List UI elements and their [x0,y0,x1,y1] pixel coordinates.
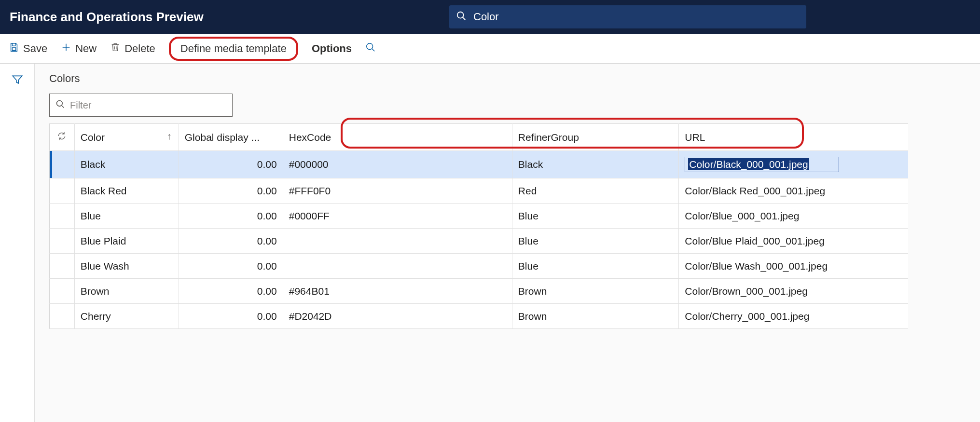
filter-pane-button[interactable] [11,73,24,88]
row-selector[interactable] [50,151,75,178]
column-header-color[interactable]: Color ↑ [74,124,179,151]
save-button[interactable]: Save [9,42,47,55]
table-row[interactable]: Black0.00#000000BlackColor/Black_000_001… [50,151,909,178]
sort-asc-icon: ↑ [167,131,172,142]
new-label: New [75,42,97,55]
new-button[interactable]: New [61,42,97,55]
column-header-refinergroup[interactable]: RefinerGroup [512,124,679,151]
cell-url[interactable]: Color/Brown_000_001.jpeg [679,279,908,304]
page-title: Colors [49,72,966,85]
cell-global-display-order[interactable]: 0.00 [179,254,283,279]
row-selector[interactable] [50,204,75,229]
table-row[interactable]: Blue0.00#0000FFBlueColor/Blue_000_001.jp… [50,204,909,229]
delete-label: Delete [124,42,155,55]
column-label: URL [685,132,705,143]
cell-color[interactable]: Blue Plaid [74,229,179,254]
cell-hexcode[interactable]: #964B01 [283,279,512,304]
main-content: Colors Color ↑ Global displa [35,64,980,422]
refresh-column-header[interactable] [50,124,75,151]
cell-url[interactable]: Color/Black_000_001.jpeg [679,151,908,178]
cell-color[interactable]: Blue [74,204,179,229]
cell-refinergroup[interactable]: Brown [512,279,679,304]
cell-color[interactable]: Cherry [74,304,179,329]
define-media-template-label: Define media template [180,42,287,55]
grid-filter-input[interactable] [65,100,226,111]
plus-icon [61,42,71,55]
search-icon [365,42,376,55]
cell-refinergroup[interactable]: Red [512,178,679,204]
row-selector[interactable] [50,254,75,279]
svg-point-9 [57,100,63,106]
svg-point-0 [457,12,464,18]
cell-url[interactable]: Color/Black Red_000_001.jpeg [679,178,908,204]
search-icon [55,99,65,111]
row-selector[interactable] [50,229,75,254]
column-label: Global display ... [185,132,260,143]
grid-filter[interactable] [49,94,233,117]
options-label: Options [312,42,352,55]
cell-hexcode[interactable] [283,254,512,279]
cell-color[interactable]: Blue Wash [74,254,179,279]
cell-url[interactable]: Color/Blue Plaid_000_001.jpeg [679,229,908,254]
cell-global-display-order[interactable]: 0.00 [179,151,283,178]
grid-wrap: Color ↑ Global display ... HexCode Refin… [49,123,966,329]
svg-line-10 [62,105,64,108]
cell-color[interactable]: Black [74,151,179,178]
refresh-icon [57,132,67,143]
cell-url[interactable]: Color/Cherry_000_001.jpeg [679,304,908,329]
cell-global-display-order[interactable]: 0.00 [179,178,283,204]
column-label: RefinerGroup [518,132,579,143]
cell-color[interactable]: Black Red [74,178,179,204]
page-body: Colors Color ↑ Global displa [0,64,980,422]
cell-hexcode[interactable]: #0000FF [283,204,512,229]
cell-hexcode[interactable] [283,229,512,254]
svg-line-1 [463,17,466,20]
row-selector[interactable] [50,279,75,304]
column-header-url[interactable]: URL [679,124,908,151]
save-icon [9,42,19,55]
table-row[interactable]: Blue Plaid0.00BlueColor/Blue Plaid_000_0… [50,229,909,254]
table-row[interactable]: Cherry0.00#D2042DBrownColor/Cherry_000_0… [50,304,909,329]
table-row[interactable]: Black Red0.00#FFF0F0RedColor/Black Red_0… [50,178,909,204]
svg-point-7 [367,43,373,49]
url-edit-field[interactable]: Color/Black_000_001.jpeg [685,157,839,172]
column-header-hexcode[interactable]: HexCode [283,124,512,151]
left-rail [0,64,35,422]
global-search[interactable] [449,5,806,28]
row-selector[interactable] [50,178,75,204]
cell-color[interactable]: Brown [74,279,179,304]
trash-icon [110,42,121,55]
cell-global-display-order[interactable]: 0.00 [179,204,283,229]
action-bar: Save New Delete Define media template Op… [0,34,980,64]
delete-button[interactable]: Delete [110,42,155,55]
column-label: HexCode [289,132,331,143]
table-row[interactable]: Brown0.00#964B01BrownColor/Brown_000_001… [50,279,909,304]
cell-global-display-order[interactable]: 0.00 [179,229,283,254]
cell-refinergroup[interactable]: Blue [512,229,679,254]
app-title: Finance and Operations Preview [10,10,204,25]
column-label: Color [81,132,105,143]
cell-refinergroup[interactable]: Black [512,151,679,178]
cell-hexcode[interactable]: #FFF0F0 [283,178,512,204]
top-nav: Finance and Operations Preview [0,0,980,34]
cell-hexcode[interactable]: #000000 [283,151,512,178]
global-search-input[interactable] [467,11,800,23]
table-row[interactable]: Blue Wash0.00BlueColor/Blue Wash_000_001… [50,254,909,279]
page-search-button[interactable] [365,42,376,55]
svg-rect-2 [12,47,15,50]
cell-global-display-order[interactable]: 0.00 [179,304,283,329]
row-selector[interactable] [50,304,75,329]
options-button[interactable]: Options [312,42,352,55]
cell-url[interactable]: Color/Blue_000_001.jpeg [679,204,908,229]
define-media-template-button[interactable]: Define media template [169,37,298,61]
grid-header-row: Color ↑ Global display ... HexCode Refin… [50,124,909,151]
colors-grid: Color ↑ Global display ... HexCode Refin… [49,123,908,329]
cell-refinergroup[interactable]: Brown [512,304,679,329]
cell-refinergroup[interactable]: Blue [512,204,679,229]
cell-global-display-order[interactable]: 0.00 [179,279,283,304]
cell-url[interactable]: Color/Blue Wash_000_001.jpeg [679,254,908,279]
column-header-global-display-order[interactable]: Global display ... [179,124,283,151]
search-icon [456,11,467,24]
cell-refinergroup[interactable]: Blue [512,254,679,279]
cell-hexcode[interactable]: #D2042D [283,304,512,329]
